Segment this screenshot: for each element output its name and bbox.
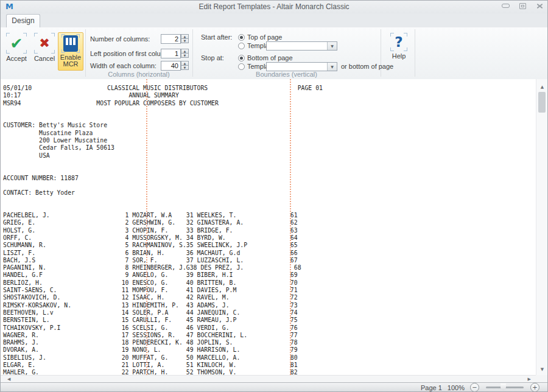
start-after-template-radio[interactable] bbox=[238, 43, 245, 49]
columns-group-caption: Columns (horizontal) bbox=[85, 71, 192, 78]
enable-mcr-label: Enable MCR bbox=[58, 54, 83, 68]
close-icon bbox=[536, 3, 543, 9]
scroll-right-button[interactable]: ▶ bbox=[528, 377, 531, 382]
help-question-icon: ? bbox=[395, 35, 402, 49]
dropdown-button[interactable]: ▼ bbox=[327, 63, 337, 71]
cancel-icon-frame: ✖ bbox=[34, 33, 55, 54]
spin-down-button[interactable]: ▼ bbox=[181, 65, 189, 70]
vertical-scrollbar[interactable]: ▲ ▼ bbox=[536, 79, 548, 375]
left-position-label: Left position of first column: bbox=[90, 50, 172, 57]
top-of-page-label: Top of page bbox=[247, 33, 283, 41]
start-after-top-of-page-radio[interactable] bbox=[238, 34, 245, 41]
ribbon-tabstrip: Design bbox=[0, 13, 548, 27]
spin-up-icon: ▲ bbox=[184, 35, 186, 38]
minimize-button[interactable] bbox=[501, 2, 510, 9]
number-of-columns-stepper: ▲ ▼ bbox=[181, 34, 189, 44]
start-after-label: Start after: bbox=[201, 33, 232, 41]
stop-at-template-dropdown[interactable]: ▼ bbox=[266, 62, 337, 71]
window-controls bbox=[501, 2, 544, 9]
status-right-cluster: Page 1 100% − + bbox=[421, 383, 539, 392]
number-of-columns-label: Number of columns: bbox=[90, 35, 150, 43]
spin-up-icon: ▲ bbox=[184, 62, 186, 65]
help-button[interactable]: ? Help bbox=[384, 33, 414, 72]
ribbon: ✔ Accept ✖ Cancel Enable MCR Number of c… bbox=[0, 27, 548, 80]
spin-down-button[interactable]: ▼ bbox=[181, 53, 189, 58]
left-position-input[interactable] bbox=[161, 49, 181, 58]
accept-button[interactable]: ✔ Accept bbox=[3, 33, 30, 72]
help-icon-frame: ? bbox=[390, 33, 407, 51]
restore-button[interactable] bbox=[518, 2, 527, 9]
horizontal-scrollbar[interactable]: ◀ ▶ bbox=[0, 375, 536, 382]
boundaries-group-caption: Boundaries (vertical) bbox=[192, 71, 381, 78]
enable-mcr-button[interactable]: Enable MCR bbox=[58, 32, 83, 71]
accept-check-icon: ✔ bbox=[10, 36, 23, 51]
cancel-label: Cancel bbox=[31, 55, 58, 62]
zoom-slider[interactable] bbox=[486, 387, 524, 388]
dropdown-arrow-icon: ▼ bbox=[331, 65, 334, 69]
zoom-out-button[interactable]: − bbox=[470, 383, 479, 392]
restore-icon bbox=[519, 3, 526, 9]
scroll-down-button[interactable]: ▼ bbox=[536, 367, 548, 372]
help-label: Help bbox=[384, 53, 414, 60]
report-view[interactable]: 05/01/10 CLASSICAL MUSIC DISTRIBUTORS PA… bbox=[0, 79, 536, 375]
spin-down-icon: ▼ bbox=[184, 66, 186, 69]
mcr-columns-icon bbox=[63, 35, 78, 52]
column-width-label: Width of each column: bbox=[90, 62, 156, 69]
cancel-button[interactable]: ✖ Cancel bbox=[31, 33, 58, 72]
column-guide-2 bbox=[290, 79, 291, 375]
spin-down-icon: ▼ bbox=[184, 40, 186, 43]
group-separator bbox=[192, 29, 193, 77]
spin-down-icon: ▼ bbox=[184, 54, 186, 57]
status-bar: Page 1 100% − + bbox=[0, 382, 548, 392]
scroll-up-button[interactable]: ▲ bbox=[536, 85, 548, 89]
scroll-down-icon: ▼ bbox=[541, 367, 544, 372]
title-bar: M Edit Report Templates - Altair Monarch… bbox=[0, 0, 548, 13]
zoom-in-button[interactable]: + bbox=[530, 383, 539, 392]
number-of-columns-input[interactable] bbox=[161, 34, 181, 44]
stop-at-label: Stop at: bbox=[201, 54, 224, 61]
accept-icon-frame: ✔ bbox=[6, 33, 27, 54]
report-text: 05/01/10 CLASSICAL MUSIC DISTRIBUTORS PA… bbox=[0, 79, 536, 375]
spin-down-button[interactable]: ▼ bbox=[181, 38, 189, 43]
cancel-x-icon: ✖ bbox=[39, 37, 50, 50]
dropdown-arrow-icon: ▼ bbox=[331, 44, 334, 48]
spin-up-icon: ▲ bbox=[184, 50, 186, 53]
window-title: Edit Report Templates - Altair Monarch C… bbox=[0, 2, 548, 11]
zoom-slider-thumb[interactable] bbox=[501, 383, 506, 391]
close-button[interactable] bbox=[535, 2, 544, 9]
stop-at-bottom-of-page-radio[interactable] bbox=[238, 55, 245, 61]
tab-design-label: Design bbox=[12, 16, 34, 25]
group-separator bbox=[85, 29, 86, 77]
scroll-right-icon: ▶ bbox=[528, 377, 531, 382]
scroll-left-button[interactable]: ◀ bbox=[7, 377, 10, 382]
column-width-input[interactable] bbox=[161, 61, 181, 71]
column-width-stepper: ▲ ▼ bbox=[181, 61, 189, 71]
bottom-of-page-label: Bottom of page bbox=[247, 54, 293, 61]
scrollbar-corner bbox=[536, 375, 548, 382]
accept-label: Accept bbox=[3, 55, 30, 62]
minimize-icon bbox=[502, 4, 510, 8]
mcr-icon-frame bbox=[61, 34, 80, 53]
column-guide-1 bbox=[146, 79, 147, 375]
dropdown-button[interactable]: ▼ bbox=[327, 42, 337, 50]
start-after-template-dropdown[interactable]: ▼ bbox=[266, 41, 337, 51]
page-indicator: Page 1 bbox=[421, 384, 442, 391]
stop-at-template-radio[interactable] bbox=[238, 63, 245, 70]
edit-report-templates-window: M Edit Report Templates - Altair Monarch… bbox=[0, 0, 548, 392]
scroll-left-icon: ◀ bbox=[7, 377, 10, 382]
group-separator bbox=[415, 29, 415, 77]
left-position-stepper: ▲ ▼ bbox=[181, 49, 189, 58]
scroll-up-icon: ▲ bbox=[541, 85, 544, 89]
zoom-level: 100% bbox=[448, 384, 465, 391]
vertical-scroll-thumb[interactable] bbox=[538, 92, 546, 113]
tab-design[interactable]: Design bbox=[6, 14, 40, 27]
